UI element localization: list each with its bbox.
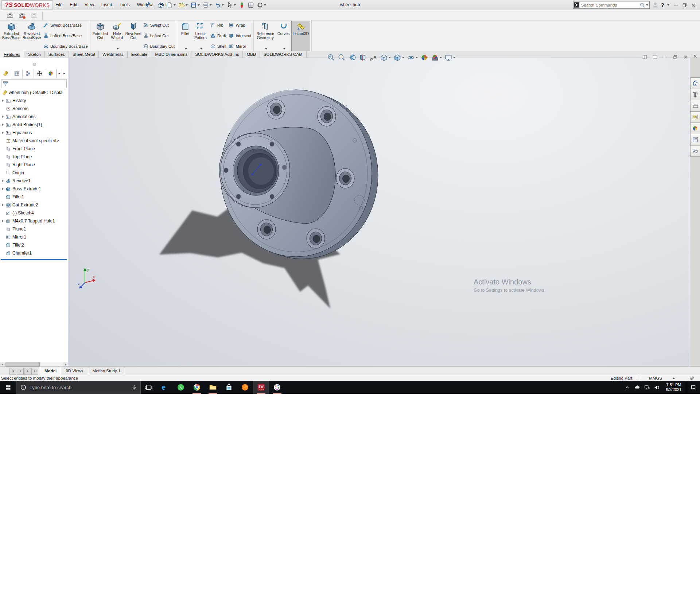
select-button[interactable] bbox=[225, 1, 237, 9]
window-minimize-button[interactable] bbox=[672, 1, 680, 9]
custom-properties-tab[interactable] bbox=[690, 134, 700, 146]
volume-icon[interactable] bbox=[652, 381, 662, 394]
stop-record-button[interactable] bbox=[29, 11, 39, 20]
draft-button[interactable]: Draft bbox=[210, 33, 226, 39]
hide-show-items-button-caret-icon[interactable] bbox=[416, 57, 418, 58]
expand-arrow-icon[interactable] bbox=[2, 131, 4, 134]
record-video-button[interactable] bbox=[17, 11, 27, 20]
tree-item-front-plane[interactable]: Front Plane bbox=[0, 145, 68, 153]
tab-features[interactable]: Features bbox=[0, 51, 24, 58]
tree-item-right-plane[interactable]: Right Plane bbox=[0, 161, 68, 169]
tab-evaluate[interactable]: Evaluate bbox=[128, 51, 152, 58]
apply-scene-button-caret-icon[interactable] bbox=[440, 57, 442, 58]
tree-filter-box[interactable] bbox=[1, 79, 67, 88]
start-button[interactable] bbox=[0, 381, 16, 394]
expand-arrow-icon[interactable] bbox=[2, 99, 4, 102]
edge-app[interactable]: e bbox=[157, 381, 173, 394]
last-tab-button[interactable] bbox=[31, 368, 38, 375]
extruded-cut-button[interactable]: Extruded Cut bbox=[92, 21, 109, 51]
tab-mbd-dimensions[interactable]: MBD Dimensions bbox=[151, 51, 191, 58]
dynamic-annotation-views-button[interactable]: A bbox=[369, 53, 378, 62]
menu-file[interactable]: File bbox=[52, 0, 66, 10]
search-commands-box[interactable] bbox=[573, 1, 650, 9]
toolbar-grip[interactable] bbox=[1, 11, 3, 19]
tab-solidworks-cam[interactable]: SOLIDWORKS CAM bbox=[260, 51, 307, 58]
design-library-tab[interactable] bbox=[690, 89, 700, 100]
tree-item-annotations[interactable]: AAnnotations bbox=[0, 113, 68, 121]
scroll-right-button[interactable] bbox=[63, 362, 68, 367]
screenshot-button[interactable] bbox=[5, 11, 15, 20]
tree-item-chamfer1[interactable]: Chamfer1 bbox=[0, 249, 68, 257]
save-button-caret-icon[interactable] bbox=[198, 4, 200, 6]
pin-menu-button[interactable] bbox=[145, 1, 151, 8]
wheel-hub-model[interactable] bbox=[68, 58, 690, 366]
help-button[interactable]: ? bbox=[661, 2, 664, 8]
display-style-button-caret-icon[interactable] bbox=[402, 57, 404, 58]
window-close-button[interactable] bbox=[689, 1, 698, 9]
user-account-icon[interactable] bbox=[652, 1, 659, 8]
curves-caret-icon[interactable] bbox=[283, 48, 285, 50]
magnifier-icon[interactable] bbox=[639, 2, 645, 8]
curves-button[interactable]: Curves bbox=[276, 21, 291, 51]
save-button[interactable] bbox=[189, 1, 201, 9]
tree-item-mirror1[interactable]: Mirror1 bbox=[0, 233, 68, 241]
scrollbar-thumb[interactable] bbox=[5, 362, 40, 366]
displaymanager-tab[interactable] bbox=[45, 69, 57, 78]
network-icon[interactable] bbox=[642, 381, 652, 394]
bottom-tab-3d-views[interactable]: 3D Views bbox=[61, 367, 88, 375]
menu-edit[interactable]: Edit bbox=[66, 0, 81, 10]
document-close-button[interactable] bbox=[681, 53, 690, 61]
bottom-tab-model[interactable]: Model bbox=[40, 367, 61, 375]
print-button[interactable] bbox=[201, 1, 213, 9]
tab-mbd[interactable]: MBD bbox=[243, 51, 260, 58]
new-document-button-caret-icon[interactable] bbox=[174, 4, 176, 6]
tree-item-cut-extrude2[interactable]: Cut-Extrude2 bbox=[0, 201, 68, 209]
reference-geometry-caret-icon[interactable] bbox=[265, 48, 267, 50]
apply-scene-button[interactable] bbox=[430, 53, 443, 62]
microphone-icon[interactable] bbox=[131, 384, 137, 391]
file-explorer-app[interactable] bbox=[205, 381, 221, 394]
next-tab-button[interactable] bbox=[24, 368, 31, 375]
dimxpertmanager-tab[interactable] bbox=[34, 69, 45, 78]
revolved-boss-base-button[interactable]: Revolved Boss/Base bbox=[22, 21, 42, 51]
tree-root-item[interactable]: wheel hub (Default<_Displa bbox=[0, 89, 68, 97]
mirror-button[interactable]: Mirror bbox=[228, 43, 251, 49]
options-button[interactable] bbox=[256, 1, 267, 9]
view-orientation-button-caret-icon[interactable] bbox=[389, 57, 391, 58]
taskbar-search-box[interactable]: Type here to search bbox=[16, 381, 141, 394]
expand-arrow-icon[interactable] bbox=[2, 179, 4, 182]
split-window-button[interactable] bbox=[640, 53, 649, 61]
panel-scroll-right-button[interactable]: ► bbox=[62, 69, 67, 78]
intersect-button[interactable]: Intersect bbox=[228, 33, 251, 39]
panel-splitter-handle[interactable] bbox=[33, 63, 36, 66]
undo-button[interactable] bbox=[213, 1, 225, 9]
open-button[interactable] bbox=[177, 1, 189, 9]
paint3d-app[interactable] bbox=[269, 381, 285, 394]
action-center-button[interactable] bbox=[686, 381, 700, 394]
arrange-windows-button[interactable] bbox=[650, 53, 659, 61]
tree-item-origin[interactable]: Origin bbox=[0, 169, 68, 177]
lofted-boss-base-button[interactable]: Lofted Boss/Base bbox=[43, 33, 88, 39]
document-restore-button[interactable] bbox=[671, 53, 680, 61]
fillet-button[interactable]: Fillet bbox=[178, 21, 192, 51]
expand-arrow-icon[interactable] bbox=[2, 115, 4, 118]
home-button[interactable] bbox=[156, 1, 165, 9]
units-dropdown-icon[interactable] bbox=[672, 377, 675, 379]
tree-item-boss-extrude1[interactable]: Boss-Extrude1 bbox=[0, 185, 68, 193]
featuremanager-tab[interactable] bbox=[0, 69, 11, 78]
microsoft-store-app[interactable] bbox=[221, 381, 237, 394]
tree-item-top-plane[interactable]: Top Plane bbox=[0, 153, 68, 161]
whatsapp-app[interactable] bbox=[173, 381, 189, 394]
expand-arrow-icon[interactable] bbox=[2, 220, 4, 222]
chrome-app[interactable] bbox=[189, 381, 205, 394]
document-minimize-button[interactable] bbox=[661, 53, 669, 61]
menu-tools[interactable]: Tools bbox=[116, 0, 133, 10]
hole-wizard-caret-icon[interactable] bbox=[117, 48, 119, 50]
tree-item-equations[interactable]: ΣEquations bbox=[0, 129, 68, 137]
expand-arrow-icon[interactable] bbox=[2, 123, 4, 126]
units-label[interactable]: MMGS bbox=[649, 376, 662, 380]
new-document-button[interactable] bbox=[165, 1, 177, 9]
solidworks-forum-tab[interactable] bbox=[690, 145, 700, 157]
hide-show-items-button[interactable] bbox=[406, 53, 419, 62]
tab-sketch[interactable]: Sketch bbox=[24, 51, 44, 58]
